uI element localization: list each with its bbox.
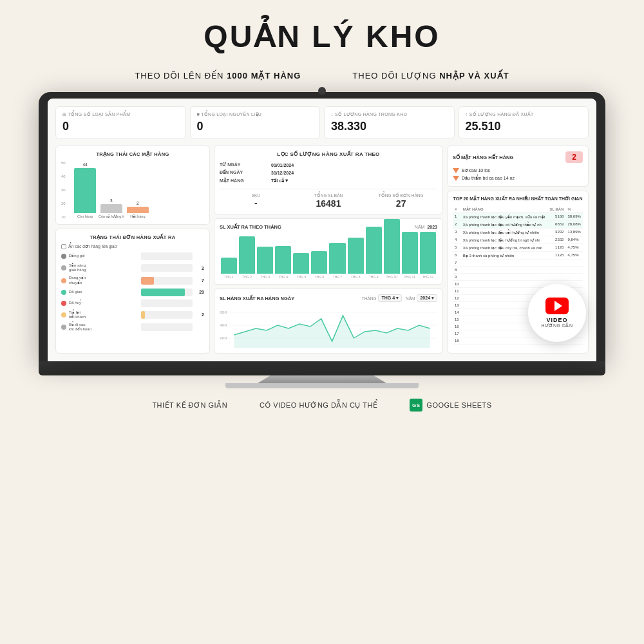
line-chart: 800 400 200 bbox=[220, 306, 437, 348]
cell-pct: 9,84% bbox=[565, 236, 583, 244]
bar-it-hang bbox=[100, 204, 122, 213]
filter-orders: TỔNG SỐ ĐƠN HÀNG 27 bbox=[365, 193, 437, 209]
cell-num: 4 bbox=[453, 236, 461, 244]
cell-name bbox=[461, 274, 547, 281]
laptop-stand bbox=[258, 375, 386, 383]
cell-pct bbox=[565, 267, 583, 274]
bar-group-1: 3 Còn số lượng ít bbox=[99, 198, 124, 219]
cell-sold: 6653 bbox=[547, 221, 565, 229]
cell-sold: 3292 bbox=[547, 229, 565, 236]
cell-num: 11 bbox=[453, 288, 461, 295]
cell-num: 17 bbox=[453, 330, 461, 337]
monthly-chart-card: SL XUẤT RA THEO THÁNG NĂM 2023 THG 1 THG… bbox=[214, 218, 443, 285]
order-dot bbox=[61, 254, 66, 259]
stat-card-0: ⊞ Tổng số loại sản phẩm 0 bbox=[55, 106, 186, 139]
cell-num: 2 bbox=[453, 221, 461, 229]
page-title: QUẢN LÝ KHO bbox=[204, 18, 440, 54]
col-header-num: # bbox=[453, 205, 461, 213]
table-row: 8 bbox=[453, 267, 583, 274]
order-row-tra-lai: Trả lạibởi khách 2 bbox=[61, 310, 204, 319]
laptop-base bbox=[39, 361, 605, 388]
page-wrapper: QUẢN LÝ KHO THEO DÕI LÊN ĐẾN 1000 MẶT HÀ… bbox=[0, 0, 644, 644]
checkbox-label: Ẩn các đơn hàng 'Đã giao' bbox=[68, 244, 118, 249]
order-row-bo-di: Bỏ đi saukhi đơn hoàn bbox=[61, 323, 204, 332]
table-row: 3 Xà phòng thanh lọc đậu oải hương tự nh… bbox=[453, 229, 583, 236]
cell-pct bbox=[565, 274, 583, 281]
filter-row-0: TỪ NGÀY 01/01/2024 bbox=[220, 162, 437, 167]
daily-header: SL HÀNG XUẤT RA HÀNG NGÀY THÁNG THG 4 ▾ … bbox=[220, 294, 437, 302]
stats-row: ⊞ Tổng số loại sản phẩm 0 ■ Tổng loại ng… bbox=[55, 106, 589, 139]
cell-pct: 28,08% bbox=[565, 221, 583, 229]
cell-num: 15 bbox=[453, 316, 461, 323]
table-row: 4 Xà phòng thanh lọc đậu hướng bí ngô tự… bbox=[453, 236, 583, 244]
middle-col: LỌC SỐ LƯỢNG HÀNG XUẤT RA THEO TỪ NGÀY 0… bbox=[214, 146, 443, 354]
filter-card: LỌC SỐ LƯỢNG HÀNG XUẤT RA THEO TỪ NGÀY 0… bbox=[214, 146, 443, 214]
stat-card-1: ■ Tổng loại nguyên liệu 0 bbox=[190, 106, 321, 139]
cell-num: 16 bbox=[453, 323, 461, 330]
cell-pct: 4,75% bbox=[565, 252, 583, 260]
top-table-title: TOP 20 MẶT HÀNG XUẤT RA NHIỀU NHẤT TOÀN … bbox=[453, 196, 583, 202]
cell-pct: 13,89% bbox=[565, 229, 583, 236]
out-stock-title: SỐ MẶT HÀNG HẾT HÀNG bbox=[453, 155, 513, 160]
monthly-year: NĂM 2023 bbox=[415, 225, 437, 229]
laptop-foot bbox=[225, 383, 419, 388]
cell-name bbox=[461, 267, 547, 274]
cell-num: 18 bbox=[453, 337, 461, 345]
bar-group-0: 44 Còn hàng bbox=[74, 162, 96, 219]
cell-name bbox=[461, 337, 547, 345]
y-axis: 5040302010 bbox=[61, 161, 66, 219]
stat-label-0: ⊞ Tổng số loại sản phẩm bbox=[62, 112, 179, 117]
daily-title: SL HÀNG XUẤT RA HÀNG NGÀY bbox=[220, 296, 294, 301]
triangle-icon bbox=[453, 176, 459, 181]
col-header-pct: % bbox=[565, 205, 583, 213]
col-header-name: MẶT HÀNG bbox=[461, 205, 547, 213]
bottom-features: THIẾT KẾ ĐƠN GIẢN CÓ VIDEO HƯỚNG DẪN CỤ … bbox=[152, 388, 491, 418]
order-row-da-giao: Đã giao 29 bbox=[61, 289, 204, 296]
cell-sold: 1126 bbox=[547, 252, 565, 260]
bar-group-2: 2 Hết hàng bbox=[127, 201, 149, 219]
play-triangle bbox=[554, 301, 562, 311]
table-row: 7 bbox=[453, 260, 583, 267]
table-row: 9 bbox=[453, 274, 583, 281]
stat-label-3: ↑ Số lượng hàng đã xuất bbox=[466, 112, 582, 117]
stat-card-3: ↑ Số lượng hàng đã xuất 25.510 bbox=[459, 106, 589, 139]
checkbox-hide-delivered[interactable] bbox=[61, 244, 66, 249]
order-row-da-huy: Đã huỷ bbox=[61, 299, 204, 307]
cell-name: Xà phòng thanh lọc đậu yến mạch, sữa và … bbox=[461, 213, 547, 221]
col-header-sold: SL BÁN bbox=[547, 205, 565, 213]
cell-num: 1 bbox=[453, 213, 461, 221]
order-dot bbox=[61, 278, 66, 283]
stat-value-2: 38.330 bbox=[331, 120, 448, 133]
cell-num: 12 bbox=[453, 295, 461, 302]
cell-name: Bộ 3 thanh xà phòng tự nhiên bbox=[461, 252, 547, 260]
daily-chart-card: SL HÀNG XUẤT RA HÀNG NGÀY THÁNG THG 4 ▾ … bbox=[214, 289, 443, 354]
svg-text:200: 200 bbox=[220, 336, 227, 340]
order-row-san-sang: Sẵn sànggiao hàng 2 bbox=[61, 263, 204, 272]
left-col: TRẠNG THÁI CÁC MẶT HÀNG 5040302010 44 Cò… bbox=[55, 146, 210, 354]
cell-sold bbox=[547, 274, 565, 281]
out-stock-badge: 2 bbox=[565, 151, 583, 163]
daily-selectors: THÁNG THG 4 ▾ NĂM 2024 ▾ bbox=[362, 294, 437, 302]
stat-value-3: 25.510 bbox=[466, 120, 582, 133]
status-chart-title: TRẠNG THÁI CÁC MẶT HÀNG bbox=[61, 151, 204, 157]
cell-name: Xà phòng thanh lọc đậu có hương thảo tự … bbox=[461, 221, 547, 229]
order-dot bbox=[61, 290, 66, 295]
cell-num: 6 bbox=[453, 252, 461, 260]
cell-sold bbox=[547, 260, 565, 267]
bottom-feature-0: THIẾT KẾ ĐƠN GIẢN bbox=[152, 401, 227, 410]
laptop-screen: ⊞ Tổng số loại sản phẩm 0 ■ Tổng loại ng… bbox=[48, 99, 596, 361]
video-button[interactable]: VIDEO HƯỚNG DẪN bbox=[528, 284, 586, 342]
order-dot bbox=[61, 325, 66, 330]
bar-con-hang bbox=[74, 168, 96, 213]
cell-num: 9 bbox=[453, 274, 461, 281]
cell-name bbox=[461, 260, 547, 267]
cell-num: 8 bbox=[453, 267, 461, 274]
main-grid: TRẠNG THÁI CÁC MẶT HÀNG 5040302010 44 Cò… bbox=[55, 146, 589, 354]
order-dot bbox=[61, 312, 66, 317]
stat-value-1: 0 bbox=[197, 120, 314, 133]
cell-name bbox=[461, 281, 547, 288]
camera-notch bbox=[318, 87, 326, 95]
filter-results: SKU - TỔNG SL BÁN 16481 TỔNG SỐ ĐƠN HÀNG bbox=[220, 189, 437, 209]
order-rows: Đồng gói Sẵn sànggiao hàng 2 bbox=[61, 252, 204, 332]
order-dot bbox=[61, 301, 66, 306]
